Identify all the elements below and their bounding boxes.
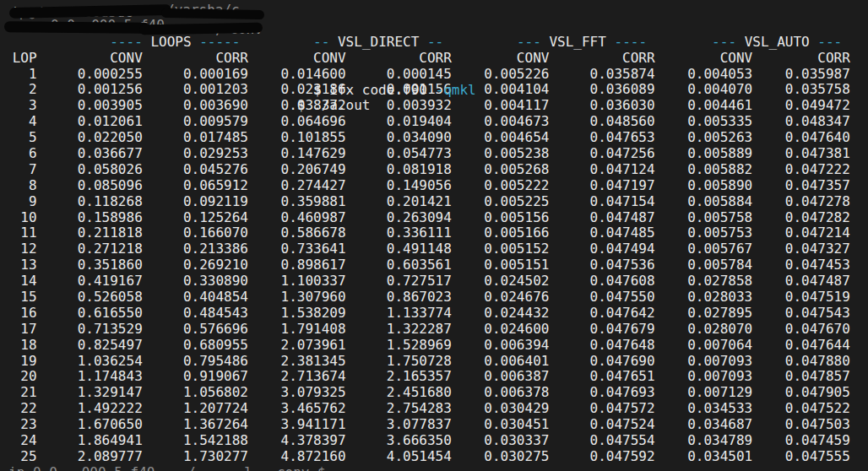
table-row: 15 0.526058 0.404854 1.307960 0.867023 0…	[4, 290, 868, 306]
table-row: 8 0.085096 0.065912 0.274427 0.149056 0.…	[4, 178, 868, 194]
group-dashes: ---	[712, 34, 736, 50]
table-row: 14 0.419167 0.330890 1.100337 0.727517 0…	[4, 273, 868, 290]
group-label: LOOPS	[143, 34, 199, 50]
compile-command: $ ifx code.f90 -qmkl	[37, 82, 476, 98]
table-row: 13 0.351860 0.269210 0.898617 0.603561 0…	[4, 257, 868, 273]
table-row: 1 0.000255 0.000169 0.014600 0.000145 0.…	[4, 67, 868, 83]
table-column-header-row: LOP CONV CORR CONV CORR CONV CORR CONV C…	[4, 51, 868, 67]
table-row: 25 2.089777 1.730277 4.872160 4.051454 0…	[4, 449, 868, 465]
prompt-and-command-text: $ ./a.out	[37, 97, 371, 113]
table-row: 16 0.616550 0.484543 1.538209 1.133774 0…	[4, 306, 868, 322]
table-row: 22 1.492222 1.207724 3.465762 2.754283 0…	[4, 401, 868, 417]
group-label: VSL_FFT	[541, 34, 615, 50]
table-row: 9 0.118268 0.092119 0.359881 0.201421 0.…	[4, 194, 868, 210]
table-row: 7 0.058026 0.045276 0.206749 0.081918 0.…	[4, 162, 868, 178]
table-row: 5 0.022050 0.017485 0.101855 0.034090 0.…	[4, 130, 868, 146]
table-row: 6 0.036677 0.029253 0.147629 0.054773 0.…	[4, 146, 868, 162]
table-row: 10 0.158986 0.125264 0.460987 0.263094 0…	[4, 210, 868, 226]
group-dashes: ---	[517, 34, 541, 50]
compiler-flag: -qmkl	[436, 82, 476, 98]
table-row: 12 0.271218 0.213386 0.733641 0.491148 0…	[4, 241, 868, 257]
table-row: 18 0.825497 0.680955 2.073961 1.528969 0…	[4, 338, 868, 354]
redaction-scribble	[161, 8, 264, 19]
table-body: 1 0.000255 0.000169 0.014600 0.000145 0.…	[4, 67, 868, 465]
table-group-header-row: ---- LOOPS ----- -- VSL_DIRECT -- --- VS…	[4, 35, 868, 51]
table-row: 17 0.713529 0.576696 1.791408 1.322287 0…	[4, 322, 868, 338]
table-row: 11 0.211818 0.166070 0.586678 0.336111 0…	[4, 225, 868, 241]
run-command: $ ./a.out	[37, 97, 371, 113]
table-row: 19 1.036254 0.795486 2.381345 1.750728 0…	[4, 354, 868, 370]
group-dashes: --	[427, 34, 443, 50]
partial-bottom-line: ip 0 0 000 5 f40 / l , conv $	[4, 465, 868, 471]
redaction-scribble	[4, 21, 149, 34]
table-row: 24 1.864941 1.542188 4.378397 3.666350 0…	[4, 433, 868, 449]
prompt-line-2: 0 0 000 5 f40 , conv $ ./a.out	[4, 19, 868, 35]
group-label: VSL_DIRECT	[329, 34, 427, 50]
group-dashes: ----	[110, 34, 143, 50]
group-dashes: ----	[615, 34, 648, 50]
group-dashes: ---	[817, 34, 842, 50]
redaction-scribble	[139, 23, 263, 35]
table-row: 21 1.329147 1.056802 3.079325 2.451680 0…	[4, 385, 868, 401]
table-row: 23 1.670650 1.367264 3.941171 3.077837 0…	[4, 417, 868, 433]
table-row: 4 0.012061 0.009579 0.064696 0.019404 0.…	[4, 114, 868, 130]
group-label: VSL_AUTO	[736, 34, 817, 50]
prompt-and-command-text: $ ifx code.f90	[37, 82, 436, 98]
table-row: 20 1.174843 0.919067 2.713674 2.165357 0…	[4, 369, 868, 385]
group-dashes: --	[313, 34, 329, 50]
terminal-window[interactable]: ip@duce 000d5dc /varsha/c $ ifx code.f90…	[0, 0, 868, 471]
